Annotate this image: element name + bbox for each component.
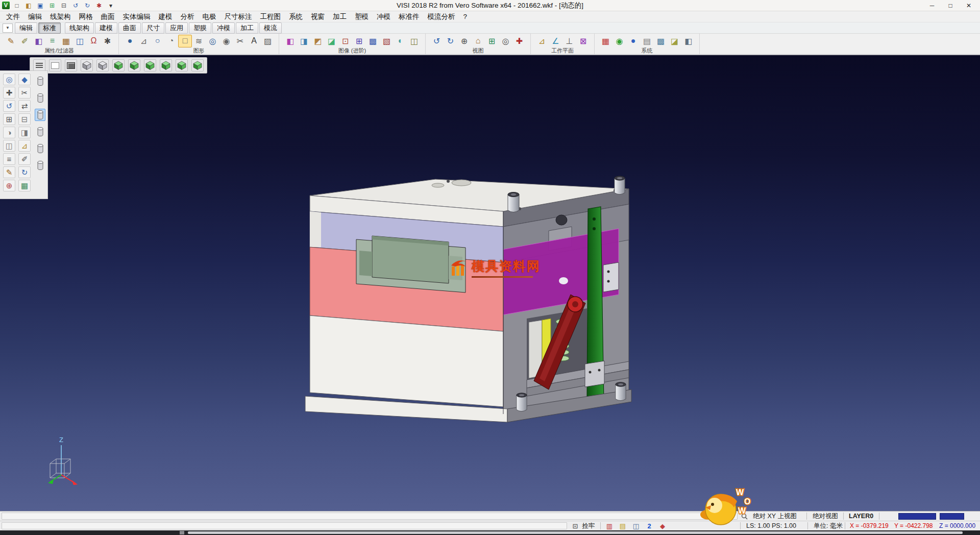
wireframe-mode-icon[interactable]: ◫ <box>3 140 15 152</box>
guide-pin[interactable] <box>508 192 519 212</box>
menu-文件[interactable]: 文件 <box>2 11 24 22</box>
point-filter-icon[interactable] <box>35 126 45 138</box>
guide-pin[interactable] <box>517 393 527 411</box>
maximize-button[interactable]: □ <box>941 0 960 11</box>
center-view-icon[interactable]: ✚ <box>512 35 526 47</box>
menu-工程图[interactable]: 工程图 <box>256 11 285 22</box>
wireframe-filter-icon[interactable] <box>35 109 45 121</box>
fit-view-icon[interactable]: ⊞ <box>3 113 15 125</box>
menu-视窗[interactable]: 视窗 <box>307 11 329 22</box>
shaded-mode-icon[interactable]: ◑ <box>3 127 15 138</box>
menu-加工[interactable]: 加工 <box>329 11 351 22</box>
level-2-icon[interactable]: 2 <box>645 522 654 530</box>
attributes-icon[interactable]: ✎ <box>3 166 15 178</box>
zoom-icon[interactable]: ◎ <box>3 74 15 85</box>
tab-建模[interactable]: 建模 <box>95 22 117 34</box>
menu-标准件[interactable]: 标准件 <box>395 11 424 22</box>
home-view-icon[interactable]: ⌂ <box>471 35 485 47</box>
properties-icon[interactable]: ✎ <box>4 35 18 47</box>
magnet-icon[interactable]: Ω <box>87 35 101 47</box>
tab-尺寸[interactable]: 尺寸 <box>142 22 164 34</box>
mask-icon[interactable]: ◫ <box>73 35 87 47</box>
close-button[interactable]: ✕ <box>960 0 978 11</box>
import-icon[interactable]: ⊞ <box>48 2 56 10</box>
report-icon[interactable]: ◧ <box>681 35 695 47</box>
guide-pin[interactable] <box>615 176 625 194</box>
tab-模流[interactable]: 模流 <box>259 22 282 34</box>
hidden-line-icon[interactable]: ▧ <box>380 35 394 47</box>
copy-icon[interactable]: ⊟ <box>18 113 31 125</box>
redo-icon[interactable]: ↻ <box>83 2 91 10</box>
shading-icon[interactable]: ◧ <box>283 35 297 47</box>
save-icon[interactable]: ▣ <box>36 2 44 10</box>
menu-尺寸标注[interactable]: 尺寸标注 <box>220 11 256 22</box>
tab-加工[interactable]: 加工 <box>236 22 258 34</box>
palette-icon[interactable]: ▤ <box>618 522 627 530</box>
redo-view-icon[interactable]: ↻ <box>18 166 31 178</box>
cube-iso-view-5-icon[interactable] <box>176 59 188 71</box>
select-icon[interactable]: ◆ <box>18 74 31 85</box>
four-view-icon[interactable] <box>65 59 77 71</box>
tab-标准[interactable]: 标准 <box>38 22 61 34</box>
cube-front-view-icon[interactable] <box>96 59 109 71</box>
window-icon[interactable]: ◫ <box>631 522 641 530</box>
highlight-icon[interactable]: ◐ <box>394 35 407 47</box>
point-icon[interactable]: ● <box>123 35 137 47</box>
layer-color-swatch[interactable] <box>898 513 936 520</box>
menu-系统[interactable]: 系统 <box>285 11 307 22</box>
annotate-icon[interactable]: ✐ <box>18 153 31 165</box>
color-filter-icon[interactable]: ◧ <box>32 35 45 47</box>
render-icon[interactable]: ◨ <box>297 35 311 47</box>
rotate-left-icon[interactable]: ↺ <box>430 35 444 47</box>
hatch-icon[interactable]: ▨ <box>261 35 275 47</box>
menu-线架构[interactable]: 线架构 <box>46 11 75 22</box>
cube-iso-view-3-icon[interactable] <box>144 59 156 71</box>
horizontal-scrollbar[interactable] <box>188 531 963 534</box>
zoom-extents-icon[interactable]: ⊕ <box>457 35 471 47</box>
undo-icon[interactable]: ↺ <box>71 2 80 10</box>
support-plate[interactable] <box>310 315 503 407</box>
menu-冲模[interactable]: 冲模 <box>373 11 395 22</box>
mesh-filter-icon[interactable] <box>35 159 45 172</box>
rectangle-icon[interactable]: □ <box>178 35 192 47</box>
menu-分析[interactable]: 分析 <box>177 11 199 22</box>
tab-dropdown-icon[interactable]: ▼ <box>3 23 13 33</box>
menu-编辑[interactable]: 编辑 <box>24 11 46 22</box>
multi-view-icon[interactable]: ⊞ <box>485 35 499 47</box>
menu-塑模[interactable]: 塑模 <box>351 11 373 22</box>
mold-assembly[interactable] <box>305 176 631 422</box>
compare-icon[interactable]: ◫ <box>407 35 421 47</box>
single-view-icon[interactable] <box>49 59 61 71</box>
quick-access-dropdown-icon[interactable]: ▾ <box>107 2 115 10</box>
print-icon[interactable]: ⊟ <box>60 2 68 10</box>
pan-icon[interactable]: ✚ <box>3 87 15 99</box>
tab-塑膜[interactable]: 塑膜 <box>189 22 211 34</box>
slider-block[interactable] <box>585 361 604 387</box>
cube-iso-view-4-icon[interactable] <box>160 59 172 71</box>
settings-icon[interactable]: ✱ <box>95 2 103 10</box>
active-layer-label[interactable]: LAYER0 <box>849 512 873 521</box>
notes-icon[interactable]: ▥ <box>605 522 614 530</box>
calc-icon[interactable]: ◪ <box>668 35 681 47</box>
line-color-swatch[interactable] <box>940 513 964 520</box>
rotate-view-icon[interactable]: ↺ <box>3 100 15 112</box>
workplane-icon[interactable]: ⊿ <box>535 35 549 47</box>
lock-label[interactable]: 拴牢 <box>582 521 595 531</box>
menu-?[interactable]: ? <box>459 11 472 22</box>
section-icon[interactable]: ⊡ <box>338 35 352 47</box>
menu-模流分析[interactable]: 模流分析 <box>424 11 459 22</box>
normal-plane-icon[interactable]: ⊥ <box>562 35 576 47</box>
menu-建模[interactable]: 建模 <box>155 11 177 22</box>
move-icon[interactable]: ⇄ <box>18 100 31 112</box>
cube-iso-view-1-icon[interactable] <box>112 59 125 71</box>
rotate-right-icon[interactable]: ↻ <box>444 35 457 47</box>
menu-实体编辑[interactable]: 实体编辑 <box>119 11 155 22</box>
menu-电极[interactable]: 电极 <box>199 11 220 22</box>
pattern-icon[interactable]: ▩ <box>366 35 380 47</box>
options-icon[interactable]: ✱ <box>101 35 114 47</box>
surface-filter-icon[interactable] <box>35 92 45 104</box>
line-icon[interactable]: ⊿ <box>137 35 151 47</box>
plane-filter-icon[interactable] <box>35 142 45 155</box>
view-orientation-label[interactable]: 绝对 XY 上视图 <box>753 512 797 521</box>
menu-曲面[interactable]: 曲面 <box>97 11 119 22</box>
